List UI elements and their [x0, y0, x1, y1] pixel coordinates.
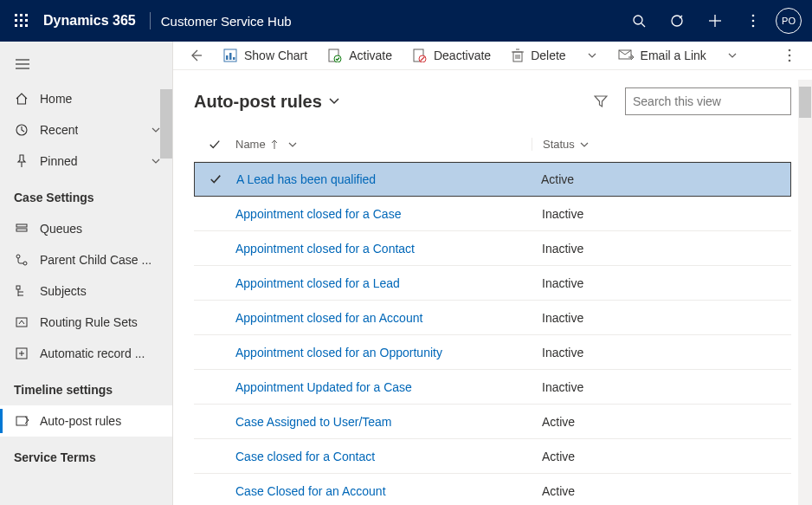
sidebar-item-auto-post-rules[interactable]: Auto-post rules: [0, 405, 172, 437]
table-row[interactable]: Appointment closed for a LeadInactive: [194, 266, 791, 301]
sidebar-item-automatic-record[interactable]: Automatic record ...: [0, 338, 172, 369]
sidebar-item-label: Home: [40, 92, 72, 106]
sidebar-item-label: Automatic record ...: [40, 346, 145, 360]
nav-overflow-button[interactable]: [734, 0, 772, 42]
svg-point-15: [752, 15, 755, 17]
sidebar-item-subjects[interactable]: Subjects: [0, 275, 172, 307]
target-icon: [670, 14, 684, 28]
row-name-link[interactable]: A Lead has been qualified: [236, 172, 531, 186]
view-title: Auto-post rules: [194, 92, 322, 112]
row-status-text: Inactive: [542, 311, 583, 325]
app-launcher-button[interactable]: [0, 14, 43, 28]
search-input[interactable]: [633, 94, 784, 108]
filter-button[interactable]: [587, 87, 615, 115]
chevron-down-icon: [288, 142, 297, 147]
hamburger-icon: [16, 59, 29, 69]
svg-point-17: [752, 25, 755, 28]
commandbar-overflow-button[interactable]: [774, 49, 805, 62]
table-row[interactable]: Appointment closed for a ContactInactive: [194, 231, 791, 266]
view-header: Auto-post rules: [173, 70, 812, 124]
table-row[interactable]: A Lead has been qualifiedActive: [194, 162, 791, 197]
command-bar: Show Chart Activate Deactivate Delete Em…: [173, 42, 812, 70]
svg-point-24: [16, 255, 20, 258]
search-button[interactable]: [620, 0, 658, 42]
user-avatar[interactable]: PO: [776, 8, 802, 34]
table-row[interactable]: Appointment Updated for a CaseInactive: [194, 370, 791, 405]
row-status-text: Inactive: [542, 207, 583, 221]
brand-label[interactable]: Dynamics 365: [43, 13, 143, 29]
view-selector[interactable]: Auto-post rules: [194, 92, 339, 112]
delete-button[interactable]: Delete: [503, 42, 574, 69]
row-name-link[interactable]: Appointment closed for a Case: [235, 207, 532, 221]
chevron-down-icon: [588, 53, 596, 58]
svg-rect-2: [25, 14, 28, 16]
show-chart-label: Show Chart: [244, 49, 307, 62]
table-row[interactable]: Case closed for a ContactActive: [194, 439, 791, 474]
row-checkbox[interactable]: [195, 173, 236, 185]
table-row[interactable]: Appointment closed for a CaseInactive: [194, 197, 791, 231]
chevron-down-icon: [151, 127, 160, 133]
svg-rect-6: [15, 24, 17, 27]
email-link-split-button[interactable]: [719, 53, 746, 58]
app-name-label[interactable]: Customer Service Hub: [161, 14, 292, 29]
row-name-link[interactable]: Appointment closed for a Contact: [235, 242, 532, 256]
table-row[interactable]: Appointment closed for an OpportunityIna…: [194, 335, 791, 370]
main-scrollbar-track[interactable]: [798, 80, 812, 505]
email-link-button[interactable]: Email a Link: [609, 42, 715, 69]
queue-icon: [14, 222, 29, 236]
row-name-link[interactable]: Case closed for a Contact: [235, 450, 532, 463]
row-status-text: Active: [541, 172, 574, 186]
row-name-link[interactable]: Case Assigned to User/Team: [235, 415, 532, 429]
new-record-button[interactable]: [696, 0, 734, 42]
row-name-link[interactable]: Appointment closed for a Lead: [235, 276, 532, 290]
sidebar-scrollbar[interactable]: [160, 89, 172, 159]
sidebar-toggle[interactable]: [0, 45, 172, 83]
column-status-label: Status: [543, 138, 575, 151]
table-row[interactable]: Case Assigned to User/TeamActive: [194, 405, 791, 439]
table-row[interactable]: Appointment closed for an AccountInactiv…: [194, 301, 791, 335]
svg-rect-38: [229, 53, 232, 60]
row-name-link[interactable]: Appointment Updated for a Case: [235, 380, 532, 394]
records-grid: Name Status A Lead has been qualifiedAct…: [173, 124, 812, 505]
column-header-name[interactable]: Name: [235, 138, 532, 151]
sidebar-item-parent-child-case[interactable]: Parent Child Case ...: [0, 244, 172, 275]
back-button[interactable]: [180, 49, 211, 62]
row-name-text: Appointment closed for an Opportunity: [235, 346, 442, 359]
sidebar-item-routing-rule-sets[interactable]: Routing Rule Sets: [0, 307, 172, 338]
row-status-cell: Active: [531, 172, 790, 186]
delete-split-button[interactable]: [578, 53, 606, 58]
row-name-link[interactable]: Appointment closed for an Opportunity: [235, 346, 532, 359]
sidebar-item-recent[interactable]: Recent: [0, 114, 172, 146]
column-header-status[interactable]: Status: [532, 138, 791, 151]
row-status-cell: Inactive: [532, 276, 791, 290]
row-status-cell: Inactive: [532, 346, 791, 359]
table-row[interactable]: Case Closed for an AccountActive: [194, 474, 791, 505]
sidebar-item-queues[interactable]: Queues: [0, 213, 172, 244]
svg-rect-37: [226, 55, 229, 60]
row-status-text: Inactive: [542, 346, 583, 359]
checkmark-icon: [209, 173, 222, 185]
sidebar-item-pinned[interactable]: Pinned: [0, 146, 172, 177]
activate-button[interactable]: Activate: [319, 42, 401, 69]
row-name-text: Appointment closed for an Account: [235, 311, 422, 325]
row-status-text: Active: [542, 415, 575, 429]
auto-icon: [14, 346, 29, 360]
main-scrollbar-thumb[interactable]: [799, 87, 811, 118]
deactivate-button[interactable]: Deactivate: [404, 42, 499, 69]
row-status-cell: Inactive: [532, 242, 791, 256]
routing-icon: [14, 315, 29, 329]
show-chart-button[interactable]: Show Chart: [215, 42, 316, 69]
search-view-box[interactable]: [625, 87, 791, 115]
row-status-text: Active: [542, 484, 575, 498]
svg-rect-39: [233, 57, 235, 60]
row-name-text: Appointment Updated for a Case: [235, 380, 412, 394]
select-all-checkbox[interactable]: [194, 139, 235, 151]
row-name-link[interactable]: Case Closed for an Account: [235, 484, 532, 498]
svg-rect-23: [16, 229, 27, 231]
recent-icon: [14, 123, 29, 137]
chevron-down-icon: [329, 98, 339, 105]
row-name-link[interactable]: Appointment closed for an Account: [235, 311, 532, 325]
task-flow-button[interactable]: [658, 0, 696, 42]
sidebar-item-home[interactable]: Home: [0, 83, 172, 114]
arrow-left-icon: [189, 49, 203, 62]
